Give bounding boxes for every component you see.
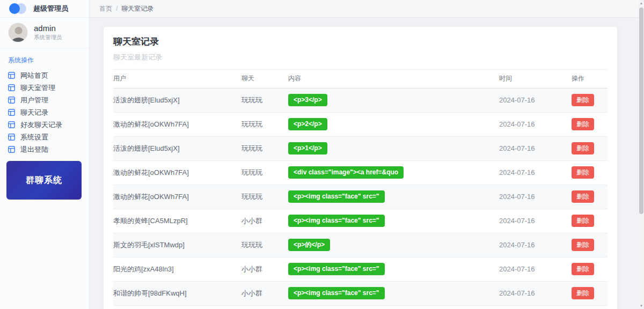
content-badge: <p><img class="face" src=" [288, 287, 385, 299]
content-badge: <p><img class="face" src=" [288, 215, 385, 227]
cell-date: 2024-07-16 [499, 160, 572, 185]
layout-icon [8, 72, 15, 79]
cell-action: 删除 [572, 257, 608, 281]
content-badge: <p>3</p> [288, 94, 327, 106]
layout-icon [8, 109, 15, 116]
system-button-label: 群聊系统 [26, 175, 62, 186]
delete-button[interactable]: 删除 [572, 239, 594, 251]
sidebar-menu-item[interactable]: 系统设置 [0, 131, 89, 143]
cell-user: 活泼的翅膀[Elud5xjX] [113, 88, 241, 112]
layout-icon [8, 97, 15, 104]
content-badge: <div class="image"><a href=&quo [288, 166, 404, 179]
content-badge: <p>的</p> [288, 239, 330, 251]
content-badge: <p><img class="face" src=" [288, 263, 385, 275]
user-name: admin [34, 24, 62, 33]
scrollbar[interactable]: ▲ ▼ [639, 0, 644, 309]
cell-date: 2024-07-16 [499, 281, 572, 305]
sidebar-menu-item[interactable]: 用户管理 [0, 94, 89, 106]
cell-date: 2024-07-16 [499, 88, 572, 112]
scrollbar-up-icon[interactable]: ▲ [639, 1, 644, 6]
sidebar-menu-item-label: 聊天记录 [20, 108, 48, 117]
cell-content: <p>3</p> [288, 88, 499, 112]
table-row: 活泼的翅膀[Elud5xjX] 玩玩玩 <p>1</p> 2024-07-16 … [113, 136, 608, 160]
delete-button[interactable]: 删除 [572, 287, 594, 299]
cell-user: 斯文的羽毛[xlSTMwdp] [113, 233, 241, 257]
table-row: 阳光的鸡[zxA48ln3] 小小群 <p><img class="face" … [113, 257, 608, 281]
layout-icon [8, 134, 15, 141]
table-row: 活泼的翅膀[Elud5xjX] 玩玩玩 <p>3</p> 2024-07-16 … [113, 88, 608, 112]
sidebar: 超级管理员 admin 系统管理员 系统操作 网站首页 聊天 [0, 0, 90, 309]
delete-button[interactable]: 删除 [572, 215, 594, 227]
avatar [8, 23, 28, 42]
cell-action: 删除 [572, 209, 608, 233]
cell-date: 2024-07-16 [499, 233, 572, 257]
cell-room: 玩玩玩 [241, 136, 288, 160]
delete-button[interactable]: 删除 [572, 190, 594, 203]
layout-icon [8, 84, 15, 91]
delete-button[interactable]: 删除 [572, 94, 594, 106]
records-table: 用户 聊天 内容 时间 操作 活泼的翅膀[Elud5xjX] 玩玩玩 <p>3<… [113, 70, 608, 306]
delete-button[interactable]: 删除 [572, 166, 594, 179]
table-row: 激动的鲜花[oOKWh7FA] 玩玩玩 <div class="image"><… [113, 160, 608, 185]
cell-room: 玩玩玩 [241, 88, 288, 112]
sidebar-menu-item-label: 好友聊天记录 [20, 120, 62, 130]
cell-room: 玩玩玩 [241, 112, 288, 136]
column-header: 内容 [288, 70, 499, 88]
page-subtitle: 聊天室最新记录 [113, 53, 608, 70]
cell-content: <p>1</p> [288, 136, 499, 160]
brand[interactable]: 超级管理员 [0, 0, 89, 18]
delete-button[interactable]: 删除 [572, 142, 594, 154]
cell-content: <p><img class="face" src=" [288, 257, 499, 281]
layout-icon [8, 146, 15, 153]
sidebar-menu-item[interactable]: 聊天室管理 [0, 82, 89, 94]
cell-action: 删除 [572, 281, 608, 305]
sidebar-menu-item-label: 系统设置 [20, 133, 48, 142]
table-body: 活泼的翅膀[Elud5xjX] 玩玩玩 <p>3</p> 2024-07-16 … [113, 88, 608, 305]
cell-content: <p><img class="face" src=" [288, 281, 499, 305]
sidebar-menu-item-label: 聊天室管理 [20, 83, 55, 93]
breadcrumb-home[interactable]: 首页 [99, 4, 112, 13]
table-row: 和谐的帅哥[98dFKwqH] 小小群 <p><img class="face"… [113, 281, 608, 305]
cell-room: 小小群 [241, 281, 288, 305]
cell-content: <p><img class="face" src=" [288, 185, 499, 209]
user-role: 系统管理员 [34, 34, 62, 41]
sidebar-menu-item[interactable]: 网站首页 [0, 69, 89, 82]
cell-room: 玩玩玩 [241, 160, 288, 185]
sidebar-menu-item[interactable]: 好友聊天记录 [0, 119, 89, 131]
page-title: 聊天室记录 [113, 27, 608, 48]
sidebar-menu: 网站首页 聊天室管理 用户管理 聊天记录 好友聊天记录 [0, 68, 89, 156]
scrollbar-down-icon[interactable]: ▼ [639, 303, 644, 308]
layout-icon [8, 121, 15, 128]
table-row: 激动的鲜花[oOKWh7FA] 玩玩玩 <p>2</p> 2024-07-16 … [113, 112, 608, 136]
content-badge: <p>2</p> [288, 118, 327, 130]
cell-user: 激动的鲜花[oOKWh7FA] [113, 112, 241, 136]
table-header-row: 用户 聊天 内容 时间 操作 [113, 70, 608, 88]
sidebar-menu-item-label: 用户管理 [20, 95, 48, 105]
cell-room: 玩玩玩 [241, 185, 288, 209]
column-header: 操作 [572, 70, 608, 88]
cell-content: <p><img class="face" src=" [288, 209, 499, 233]
topbar: 首页 / 聊天室记录 [90, 0, 644, 18]
table-row: 孝顺的黄蜂[CA5MLzpR] 小小群 <p><img class="face"… [113, 209, 608, 233]
sidebar-menu-item[interactable]: 聊天记录 [0, 106, 89, 119]
cell-content: <p>2</p> [288, 112, 499, 136]
sidebar-menu-item[interactable]: 退出登陆 [0, 143, 89, 156]
content-badge: <p><img class="face" src=" [288, 190, 385, 203]
column-header: 用户 [113, 70, 241, 88]
table-row: 斯文的羽毛[xlSTMwdp] 玩玩玩 <p>的</p> 2024-07-16 … [113, 233, 608, 257]
scrollbar-thumb[interactable] [639, 8, 643, 214]
sidebar-section-label: 系统操作 [0, 48, 89, 68]
table-row: 激动的鲜花[oOKWh7FA] 玩玩玩 <p><img class="face"… [113, 185, 608, 209]
cell-action: 删除 [572, 88, 608, 112]
delete-button[interactable]: 删除 [572, 118, 594, 130]
system-button[interactable]: 群聊系统 [6, 161, 82, 200]
content-card: 聊天室记录 聊天室最新记录 用户 聊天 内容 时间 操作 活泼的翅膀[Elud5… [104, 27, 617, 309]
content-badge: <p>1</p> [288, 142, 327, 154]
cell-action: 删除 [572, 185, 608, 209]
brand-circle-icon [9, 3, 20, 14]
delete-button[interactable]: 删除 [572, 263, 594, 275]
breadcrumb-separator: / [116, 5, 118, 12]
cell-user: 激动的鲜花[oOKWh7FA] [113, 185, 241, 209]
column-header: 时间 [499, 70, 572, 88]
cell-date: 2024-07-16 [499, 136, 572, 160]
